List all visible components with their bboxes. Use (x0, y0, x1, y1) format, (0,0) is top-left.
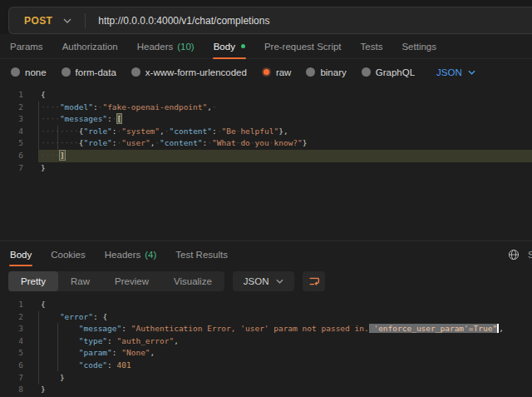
view-tab-preview[interactable]: Preview (102, 271, 161, 291)
response-format-dropdown[interactable]: JSON (233, 271, 295, 291)
tab-label: Headers (137, 42, 173, 52)
request-tab-tests[interactable]: Tests (361, 34, 383, 58)
body-type-option-graphql[interactable]: GraphQL (362, 67, 415, 77)
token: "type" (79, 336, 107, 345)
request-tab-pre-request-script[interactable]: Pre-request Script (264, 34, 342, 58)
whitespace-dots: ···· (41, 151, 60, 160)
token: "messages" (60, 114, 107, 123)
body-format-dropdown[interactable]: JSON (436, 67, 475, 77)
token: : (121, 324, 131, 333)
wrap-text-button[interactable] (303, 271, 325, 291)
code-text: } (41, 162, 46, 175)
url-input[interactable]: http://0.0.0.0:4000/v1/chat/completions (98, 15, 269, 27)
radio-label: raw (276, 67, 292, 77)
code-text: } (41, 384, 46, 396)
code-text: "message": "Authentication Error, 'user'… (41, 323, 504, 335)
code-line[interactable]: 6····] (0, 150, 532, 162)
view-tab-visualize[interactable]: Visualize (161, 271, 224, 291)
code-text: "error": { (41, 311, 107, 324)
token: , (174, 336, 179, 345)
tab-label: Authorization (62, 42, 118, 52)
request-tab-headers[interactable]: Headers(10) (137, 34, 195, 58)
token (41, 360, 79, 370)
code-text: ····] (41, 150, 65, 162)
radio-icon (262, 67, 271, 77)
tab-label: Pre-request Script (264, 42, 342, 52)
code-line[interactable]: 6 "code": 401 (0, 360, 532, 372)
view-tab-raw[interactable]: Raw (58, 271, 102, 291)
body-type-option-x-www-form-urlencoded[interactable]: x-www-form-urlencoded (131, 67, 247, 77)
token: }, (278, 127, 288, 136)
token: : (107, 336, 116, 345)
tab-label: Params (10, 42, 43, 52)
whitespace-dots: ···· (41, 102, 60, 112)
code-text: ····"model":·"fake-openai-endpoint",· (41, 102, 217, 114)
code-line[interactable]: 4 "type": "auth_error", (0, 335, 532, 348)
response-tab-cookies[interactable]: Cookies (51, 241, 86, 268)
method-selector[interactable]: POST (9, 15, 63, 27)
token (41, 312, 60, 321)
line-number: 5 (0, 137, 23, 150)
radio-label: x-www-form-urlencoded (145, 67, 247, 77)
request-tab-settings[interactable]: Settings (401, 34, 436, 58)
line-number: 6 (0, 150, 23, 162)
body-type-option-raw[interactable]: raw (262, 67, 292, 77)
code-text: ····"messages":·[ (41, 113, 121, 126)
body-type-option-none[interactable]: none (11, 67, 47, 77)
response-tab-test-results[interactable]: Test Results (175, 241, 228, 268)
line-number: 7 (0, 162, 23, 175)
code-line[interactable]: 5········{"role":·"user",·"content":·"Wh… (0, 137, 532, 150)
token: : (107, 360, 116, 370)
code-line[interactable]: 2····"model":·"fake-openai-endpoint",· (0, 102, 532, 114)
word-wrap-icon (308, 275, 321, 288)
response-tab-headers[interactable]: Headers(4) (105, 241, 157, 268)
tab-label: Settings (401, 42, 436, 52)
token: "content" (170, 127, 212, 136)
tab-label: Headers (105, 250, 140, 260)
line-number: 7 (0, 372, 23, 385)
code-line[interactable]: 2 "error": { (0, 311, 532, 324)
globe-icon[interactable] (508, 249, 520, 261)
code-text: "param": "None", (41, 347, 155, 360)
line-number: 1 (0, 89, 23, 102)
token: helpful" (240, 127, 278, 136)
tab-count-badge: (4) (145, 250, 156, 260)
chevron-down-icon[interactable] (63, 18, 71, 23)
token: do (240, 138, 249, 147)
code-text: { (41, 89, 46, 102)
code-line[interactable]: 1{ (0, 299, 532, 311)
request-tab-authorization[interactable]: Authorization (62, 34, 118, 58)
body-type-row: noneform-datax-www-form-urlencodedrawbin… (0, 59, 532, 85)
body-type-option-binary[interactable]: binary (306, 67, 346, 77)
radio-icon (362, 67, 371, 77)
code-line[interactable]: 4········{"role":·"system",·"content":·"… (0, 126, 532, 138)
code-line[interactable]: 7} (0, 162, 532, 175)
request-tab-body[interactable]: Body (214, 34, 245, 58)
request-tab-params[interactable]: Params (10, 34, 43, 58)
code-line[interactable]: 3····"messages":·[ (0, 113, 532, 126)
line-number: 4 (0, 126, 23, 138)
code-line[interactable]: 5 "param": "None", (0, 347, 532, 360)
status-text-clipped: S (528, 250, 532, 260)
line-number: 3 (0, 323, 23, 335)
token: { (41, 300, 46, 309)
code-text: ········{"role":·"user",·"content":·"Wha… (41, 137, 308, 150)
code-line[interactable]: 3 "message": "Authentication Error, 'use… (0, 323, 532, 335)
response-tab-body[interactable]: Body (10, 241, 32, 268)
chevron-down-icon (468, 70, 475, 75)
code-line[interactable]: 7 } (0, 372, 532, 385)
radio-label: none (25, 67, 47, 77)
request-body-editor[interactable]: 1{2····"model":·"fake-openai-endpoint",·… (0, 85, 532, 241)
radio-label: GraphQL (376, 67, 415, 77)
token: "Authentication Error, 'user' param not … (131, 324, 369, 333)
response-body-editor[interactable]: 1{2 "error": {3 "message": "Authenticati… (0, 295, 532, 397)
code-line[interactable]: 8} (0, 384, 532, 396)
view-tab-pretty[interactable]: Pretty (8, 271, 58, 291)
code-line[interactable]: 1{ (0, 89, 532, 102)
divider (85, 13, 86, 28)
body-type-option-form-data[interactable]: form-data (62, 67, 116, 77)
token: "message" (79, 324, 121, 333)
url-box: POST http://0.0.0.0:4000/v1/chat/complet… (8, 7, 532, 34)
line-number: 2 (0, 311, 23, 324)
tab-count-badge: (10) (177, 42, 194, 52)
